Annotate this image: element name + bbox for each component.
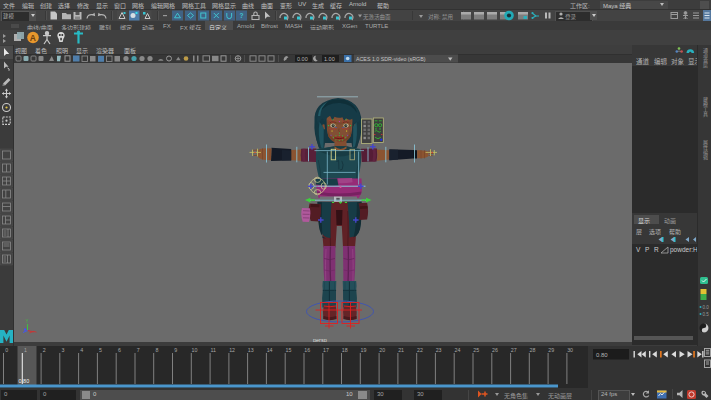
svg-text:0.00: 0.00 [297, 56, 308, 62]
svg-text:0.5: 0.5 [703, 312, 710, 317]
svg-text:0.80: 0.80 [19, 378, 30, 384]
svg-text:19: 19 [361, 347, 367, 353]
svg-text:18: 18 [342, 347, 348, 353]
svg-text:12: 12 [229, 347, 235, 353]
svg-text:13: 13 [248, 347, 254, 353]
svg-text:5: 5 [99, 347, 102, 353]
svg-text:9: 9 [174, 347, 177, 353]
svg-text:0.0: 0.0 [703, 305, 710, 310]
svg-text:ACES 1.0 SDR-video (sRGB): ACES 1.0 SDR-video (sRGB) [356, 56, 426, 62]
svg-text:4: 4 [80, 347, 83, 353]
svg-text:25: 25 [473, 347, 479, 353]
svg-text:24: 24 [454, 347, 460, 353]
svg-text:0.80: 0.80 [596, 352, 608, 358]
svg-text:3: 3 [62, 347, 65, 353]
svg-text:A: A [30, 33, 36, 43]
svg-text:23: 23 [436, 347, 442, 353]
svg-text:8: 8 [155, 347, 158, 353]
svg-text:15: 15 [285, 347, 291, 353]
svg-text:14: 14 [267, 347, 273, 353]
svg-text:27: 27 [511, 347, 517, 353]
svg-text:?: ? [240, 12, 244, 19]
svg-text:26: 26 [492, 347, 498, 353]
svg-text:10: 10 [192, 347, 198, 353]
svg-text:21: 21 [398, 347, 404, 353]
svg-text:Y: Y [26, 319, 29, 324]
svg-text:7: 7 [137, 347, 140, 353]
svg-text:11: 11 [211, 347, 217, 353]
svg-text:2: 2 [43, 347, 46, 353]
svg-text:16: 16 [304, 347, 310, 353]
svg-text:22: 22 [417, 347, 423, 353]
svg-text:29: 29 [548, 347, 554, 353]
svg-text:17: 17 [323, 347, 329, 353]
svg-text:1.00: 1.00 [324, 56, 335, 62]
svg-text:1: 1 [24, 347, 27, 353]
svg-text:28: 28 [530, 347, 536, 353]
svg-text:0: 0 [5, 347, 8, 353]
svg-text:20: 20 [379, 347, 385, 353]
svg-text:30: 30 [567, 347, 573, 353]
svg-text:6: 6 [118, 347, 121, 353]
